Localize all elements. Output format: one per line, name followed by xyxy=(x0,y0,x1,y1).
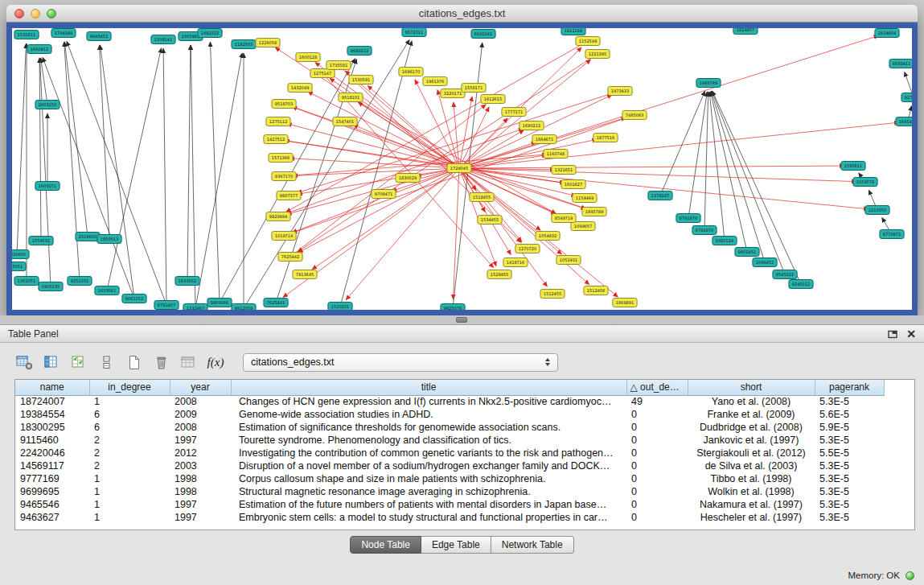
graph-node[interactable]: 7913645 xyxy=(293,270,317,279)
column-header-year[interactable]: year xyxy=(170,380,231,395)
graph-node[interactable]: 1535811 xyxy=(14,31,39,39)
graph-node[interactable]: 9645451 xyxy=(87,32,111,41)
graph-node[interactable]: 1633561 xyxy=(95,286,119,295)
graph-node[interactable]: 1221395 xyxy=(585,50,610,59)
show-columns-icon[interactable] xyxy=(39,351,64,373)
graph-node[interactable]: 8549719 xyxy=(552,214,576,223)
tab-edge-table[interactable]: Edge Table xyxy=(421,536,491,554)
graph-node[interactable]: 1603151 xyxy=(35,182,60,191)
graph-node[interactable]: 1520101 xyxy=(328,303,352,311)
graph-node[interactable]: 1824804 xyxy=(875,29,899,38)
panel-splitter[interactable] xyxy=(0,315,924,324)
graph-node[interactable]: 1099657 xyxy=(571,222,595,231)
graph-node[interactable]: 6791970 xyxy=(692,226,717,235)
graph-node[interactable]: 8781407 xyxy=(154,301,179,310)
column-header-pagerank[interactable]: pagerank xyxy=(815,380,884,395)
graph-node[interactable]: 1530591 xyxy=(349,76,373,84)
graph-node[interactable]: 1152549 xyxy=(576,37,600,46)
graph-node[interactable]: 9903066 xyxy=(207,299,232,307)
graph-node[interactable]: 1824807 xyxy=(733,28,758,35)
graph-node[interactable]: 9061152 xyxy=(122,295,146,303)
show-rows-icon[interactable] xyxy=(93,351,119,373)
graph-node[interactable]: 9912059 xyxy=(232,304,256,311)
graph-node[interactable]: 1210350 xyxy=(865,206,889,215)
graph-node[interactable]: 1020605 xyxy=(12,250,29,259)
graph-node[interactable]: 9367170 xyxy=(272,172,296,181)
graph-node[interactable]: 1724045 xyxy=(447,164,471,173)
graph-node[interactable]: 9929994 xyxy=(266,212,290,221)
function-builder-icon[interactable]: f(x) xyxy=(203,351,228,373)
graph-node[interactable]: 1559531 xyxy=(29,237,53,245)
table-row[interactable]: 1456911722003Disruption of a novel membe… xyxy=(15,459,914,472)
graph-node[interactable]: 1518455 xyxy=(470,193,494,202)
graph-node[interactable]: 2603150 xyxy=(35,101,60,109)
graph-node[interactable]: 1482322 xyxy=(198,29,222,38)
table-mode-icon[interactable] xyxy=(11,351,37,373)
zoom-window-button[interactable] xyxy=(47,9,56,19)
graph-node[interactable]: 9518703 xyxy=(272,100,296,109)
graph-node[interactable]: 1704348 xyxy=(51,29,76,38)
graph-node[interactable]: 9251331 xyxy=(68,277,92,286)
graph-node[interactable]: 1864671 xyxy=(532,135,556,144)
graph-node[interactable]: 1895789 xyxy=(582,208,606,216)
graph-node[interactable]: 1680212 xyxy=(519,122,544,130)
delete-icon[interactable] xyxy=(148,351,174,373)
graph-node[interactable]: 8791970 xyxy=(676,214,700,223)
graph-node[interactable]: 1595811 xyxy=(841,162,865,171)
import-table-icon[interactable] xyxy=(175,351,201,373)
network-graph[interactable]: 1535811166041217043489645451120814110659… xyxy=(12,28,912,310)
column-header-title[interactable]: title xyxy=(231,380,626,395)
graph-node[interactable]: 1232967 xyxy=(183,304,207,311)
graph-node[interactable]: 1160748 xyxy=(544,150,568,159)
graph-node[interactable]: 9807377 xyxy=(277,192,301,200)
graph-node[interactable]: 7625441 xyxy=(264,299,288,307)
splitter-grip-icon[interactable] xyxy=(456,317,467,323)
column-header-short[interactable]: short xyxy=(688,380,815,395)
graph-node[interactable]: 1547401 xyxy=(333,117,357,126)
network-canvas[interactable]: 1535811166041217043489645451120814110659… xyxy=(6,23,918,315)
table-row[interactable]: 946554611997Estimation of the future num… xyxy=(15,498,914,511)
graph-node[interactable]: 1600128 xyxy=(296,53,320,62)
tab-node-table[interactable]: Node Table xyxy=(350,536,421,554)
close-window-button[interactable] xyxy=(14,9,24,19)
graph-node[interactable]: 1182503 xyxy=(232,40,256,49)
graph-node[interactable]: 1777171 xyxy=(502,108,526,117)
new-file-icon[interactable] xyxy=(121,351,146,373)
table-selector-dropdown[interactable]: citations_edges.txt xyxy=(243,353,558,372)
graph-node[interactable]: 9593411 xyxy=(889,60,912,68)
table-row[interactable]: 2242004622012Investigating the contribut… xyxy=(15,447,914,459)
graph-node[interactable]: 1019714 xyxy=(272,232,296,241)
graph-node[interactable]: 9545022 xyxy=(773,270,797,279)
graph-node[interactable]: 1877516 xyxy=(593,134,618,142)
table-row[interactable]: 1830029562008Estimation of significance … xyxy=(15,421,914,434)
create-column-icon[interactable] xyxy=(66,351,92,373)
graph-node[interactable]: 1059578 xyxy=(853,178,877,187)
graph-node[interactable]: 1512456 xyxy=(584,286,608,295)
graph-node[interactable]: 9708471 xyxy=(372,190,396,199)
graph-node[interactable]: 9625078 xyxy=(441,304,465,311)
graph-node[interactable]: 1226058 xyxy=(256,39,280,47)
graph-node[interactable]: 1869891 xyxy=(613,299,637,307)
graph-node[interactable]: 1096452 xyxy=(753,258,777,267)
graph-node[interactable]: 7625442 xyxy=(278,253,302,262)
graph-node[interactable]: 1270720 xyxy=(515,245,540,253)
column-header-name[interactable]: name xyxy=(15,380,89,395)
graph-node[interactable]: 8689212 xyxy=(347,47,372,56)
graph-node[interactable]: 8181041 xyxy=(471,30,495,39)
graph-node[interactable]: 1512455 xyxy=(540,290,565,299)
minimize-window-button[interactable] xyxy=(31,9,40,19)
graph-node[interactable]: 1973433 xyxy=(608,87,632,96)
graph-node[interactable]: 1379197 xyxy=(648,192,672,200)
graph-node[interactable]: 1275147 xyxy=(310,69,335,78)
network-window-titlebar[interactable]: citations_edges.txt xyxy=(6,5,918,23)
graph-node[interactable]: 1321651 xyxy=(552,166,576,175)
graph-node[interactable]: 2516650 xyxy=(76,233,100,241)
graph-node[interactable]: 1645432 xyxy=(896,117,912,126)
table-row[interactable]: 946362711997Embryonic stem cells: a mode… xyxy=(15,511,914,524)
graph-node[interactable]: 1961376 xyxy=(423,77,447,86)
graph-node[interactable]: 7485083 xyxy=(622,111,647,120)
graph-node[interactable]: 1528455 xyxy=(487,270,511,279)
graph-node[interactable]: 5905135 xyxy=(39,282,63,291)
graph-node[interactable]: 8770871 xyxy=(880,230,904,239)
graph-node[interactable]: 9518101 xyxy=(339,93,363,102)
